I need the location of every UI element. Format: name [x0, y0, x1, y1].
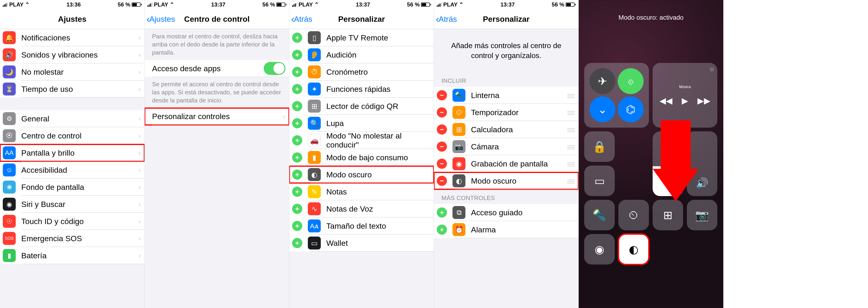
- control-row[interactable]: +▮Modo de bajo consumo: [289, 149, 434, 166]
- settings-row[interactable]: ⏳Tiempo de uso›: [0, 81, 145, 98]
- control-row[interactable]: −⏲Temporizador: [434, 104, 579, 121]
- add-button[interactable]: +: [292, 170, 302, 180]
- remove-button[interactable]: −: [437, 124, 447, 134]
- add-button[interactable]: +: [437, 208, 447, 218]
- add-button[interactable]: +: [292, 238, 302, 248]
- control-row[interactable]: −◉Grabación de pantalla: [434, 155, 579, 172]
- settings-row[interactable]: ❀Fondo de pantalla›: [0, 179, 145, 196]
- add-button[interactable]: +: [292, 135, 302, 146]
- settings-row[interactable]: ◉Siri y Buscar›: [0, 196, 145, 213]
- screen-mirroring-button[interactable]: ▭: [584, 165, 615, 196]
- row-label: Funciones rápidas: [326, 85, 430, 94]
- control-icon: 🚗: [308, 134, 321, 147]
- remove-button[interactable]: −: [437, 142, 447, 152]
- drag-handle-icon[interactable]: [564, 160, 575, 167]
- wifi-icon: ⌃: [314, 1, 319, 8]
- row-label: Modo de bajo consumo: [326, 153, 430, 162]
- orientation-lock-button[interactable]: 🔒: [584, 131, 615, 162]
- connectivity-tile[interactable]: ✈︎ ⟐ ⌄ ⌬: [584, 63, 649, 128]
- add-button[interactable]: +: [292, 50, 302, 60]
- remove-button[interactable]: −: [437, 159, 447, 169]
- add-button[interactable]: +: [292, 187, 302, 197]
- control-icon: 🔦: [453, 89, 465, 102]
- chevron-right-icon: ›: [138, 85, 141, 93]
- nav-title: Ajustes: [58, 14, 87, 24]
- control-row[interactable]: +👂Audición: [289, 46, 434, 63]
- back-button[interactable]: ‹ Ajustes: [147, 13, 175, 25]
- back-button[interactable]: ‹ Atrás: [291, 13, 312, 25]
- control-row[interactable]: +◐Modo oscuro: [289, 166, 434, 183]
- switch-on[interactable]: [264, 62, 285, 75]
- control-row[interactable]: +▯Apple TV Remote: [289, 29, 434, 46]
- next-track-icon[interactable]: ▶▶: [698, 96, 710, 106]
- add-button[interactable]: +: [292, 84, 302, 94]
- control-row[interactable]: +⧉Acceso guiado: [434, 204, 579, 221]
- add-button[interactable]: +: [292, 118, 302, 128]
- add-button[interactable]: +: [437, 224, 447, 235]
- settings-row[interactable]: ⚙︎General›: [0, 110, 145, 127]
- add-button[interactable]: +: [292, 67, 302, 77]
- settings-row[interactable]: 🔔Notificaciones›: [0, 29, 145, 46]
- prev-track-icon[interactable]: ◀◀: [659, 96, 673, 106]
- remove-button[interactable]: −: [437, 107, 447, 118]
- row-label: Tiempo de uso: [21, 85, 138, 94]
- row-label: Fondo de pantalla: [21, 183, 138, 192]
- control-row[interactable]: +▭Wallet: [289, 235, 434, 252]
- add-button[interactable]: +: [292, 33, 302, 43]
- drag-handle-icon[interactable]: [564, 126, 575, 133]
- control-row[interactable]: +⏰Alarma: [434, 221, 579, 238]
- chevron-right-icon: ›: [138, 252, 141, 259]
- chevron-right-icon: ›: [283, 113, 285, 121]
- control-row[interactable]: +⏱Cronómetro: [289, 63, 434, 81]
- control-row[interactable]: −🔦Linterna: [434, 87, 579, 104]
- flashlight-button[interactable]: 🔦: [584, 200, 615, 230]
- add-button[interactable]: +: [292, 204, 302, 214]
- settings-row[interactable]: 🔊Sonidos y vibraciones›: [0, 46, 145, 63]
- control-row[interactable]: +AᴀTamaño del texto: [289, 217, 434, 235]
- airplane-mode-button[interactable]: ✈︎: [590, 68, 615, 94]
- screen-customize-add: PLAY ⌃ 13:37 56 % ‹ Atrás Personalizar +…: [289, 0, 434, 308]
- settings-row[interactable]: ⦿Centro de control›: [0, 127, 145, 144]
- back-button[interactable]: ‹ Atrás: [436, 13, 457, 25]
- drag-handle-icon[interactable]: [564, 109, 575, 116]
- control-row[interactable]: +🔍Lupa: [289, 115, 434, 132]
- add-button[interactable]: +: [292, 101, 302, 111]
- remove-button[interactable]: −: [437, 176, 447, 186]
- control-row[interactable]: +∿Notas de Voz: [289, 200, 434, 217]
- row-customize-controls[interactable]: Personalizar controles ›: [145, 108, 289, 125]
- settings-row[interactable]: 🌙No molestar›: [0, 63, 145, 81]
- control-row[interactable]: +✦Funciones rápidas: [289, 81, 434, 98]
- app-icon: SOS: [3, 232, 16, 245]
- settings-row[interactable]: SOSEmergencia SOS›: [0, 230, 145, 247]
- add-button[interactable]: +: [292, 152, 302, 162]
- settings-row[interactable]: ☉Touch ID y código›: [0, 213, 145, 230]
- control-row[interactable]: −⊞Calculadora: [434, 121, 579, 138]
- remove-button[interactable]: −: [437, 90, 447, 100]
- drag-handle-icon[interactable]: [564, 143, 575, 150]
- control-row[interactable]: −◐Modo oscuro: [434, 172, 579, 189]
- add-button[interactable]: +: [292, 221, 302, 231]
- control-row[interactable]: +⊞Lector de código QR: [289, 98, 434, 115]
- clock-label: 13:37: [501, 1, 515, 8]
- control-row[interactable]: +✎Notas: [289, 183, 434, 200]
- app-icon: 🌙: [3, 65, 16, 79]
- control-row[interactable]: +🚗Modo "No molestar al conducir": [289, 132, 434, 149]
- settings-row[interactable]: ▮Batería›: [0, 247, 145, 264]
- wifi-button[interactable]: ⌄: [590, 96, 615, 122]
- settings-row[interactable]: ☺Accesibilidad›: [0, 161, 145, 179]
- settings-row[interactable]: AAPantalla y brillo›: [0, 144, 145, 161]
- screen-recording-button[interactable]: ◉: [584, 234, 615, 265]
- drag-handle-icon[interactable]: [564, 178, 575, 184]
- airplay-icon[interactable]: ◎: [710, 66, 714, 72]
- play-icon[interactable]: ▶: [682, 96, 688, 106]
- dark-mode-button[interactable]: ◐: [618, 234, 649, 265]
- control-row[interactable]: −📷Cámara: [434, 138, 579, 155]
- cellular-data-button[interactable]: ⟐: [618, 68, 644, 94]
- control-icon: ▮: [308, 151, 321, 164]
- bluetooth-button[interactable]: ⌬: [618, 96, 644, 122]
- toggle-row-access-apps[interactable]: Acceso desde apps: [145, 60, 289, 77]
- media-tile[interactable]: ◎ Música ◀◀ ▶ ▶▶: [653, 63, 717, 128]
- drag-handle-icon[interactable]: [564, 92, 575, 98]
- toggle-label: Acceso desde apps: [152, 64, 264, 73]
- timer-button[interactable]: ⏲: [618, 200, 649, 230]
